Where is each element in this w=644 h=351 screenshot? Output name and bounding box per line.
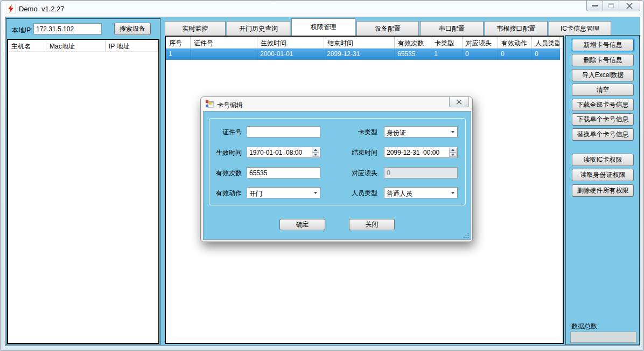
close-icon [626, 3, 633, 9]
table-row-selected[interactable]: 1 2000-01-01 2099-12-31 65535 1 0 0 0 [166, 49, 560, 60]
spinner [449, 147, 457, 157]
valid-count-input[interactable] [247, 167, 320, 178]
card-edit-dialog: 卡号编辑 证件号 卡类型 身份证 生效时间 1970-01-01 08:00 [200, 97, 473, 242]
maximize-icon [608, 3, 614, 8]
end-time-label: 结束时间 [342, 147, 377, 158]
action-combo[interactable]: 开门 [247, 187, 320, 198]
titlebar[interactable]: Demo v1.2.27 [1, 1, 643, 17]
local-ip-input[interactable] [33, 23, 102, 35]
import-excel-button[interactable]: 导入Excel数据 [572, 69, 634, 81]
column-header-card-type[interactable]: 卡类型 [431, 37, 463, 48]
dialog-body: 证件号 卡类型 身份证 生效时间 1970-01-01 08:00 结束时间 2… [203, 111, 471, 240]
close-icon [456, 100, 462, 105]
valid-count-label: 有效次数 [207, 167, 242, 178]
column-header-ip-address[interactable]: IP 地址 [106, 40, 158, 51]
action-panel: 新增卡号信息 删除卡号信息 导入Excel数据 清空 下载全部卡号信息 下载单个… [565, 35, 640, 345]
dropdown-arrow-icon [448, 188, 457, 198]
minimize-button[interactable] [586, 1, 603, 11]
clear-button[interactable]: 清空 [572, 84, 634, 96]
column-header-start-time[interactable]: 生效时间 [257, 37, 324, 48]
device-list-header: 主机名 Mac地址 IP 地址 [8, 40, 158, 52]
delete-card-info-button[interactable]: 删除卡号信息 [572, 54, 634, 66]
card-type-combo[interactable]: 身份证 [384, 126, 458, 137]
spinner-up-icon[interactable] [449, 148, 457, 153]
tab-ic-card-management[interactable]: IC卡信息管理 [549, 21, 611, 36]
download-all-cards-button[interactable]: 下载全部卡号信息 [572, 99, 634, 111]
spinner [311, 147, 320, 157]
column-header-reader[interactable]: 对应读头 [463, 37, 498, 48]
column-header-action[interactable]: 有效动作 [498, 37, 532, 48]
download-single-card-button[interactable]: 下载单个卡号信息 [572, 113, 634, 126]
reader-input [384, 167, 458, 178]
dialog-cancel-button[interactable]: 关闭 [349, 219, 395, 230]
tab-wiegand-config[interactable]: 韦根接口配置 [485, 21, 548, 36]
column-header-serial[interactable]: 序号 [166, 37, 191, 48]
close-button[interactable] [619, 1, 640, 11]
lightning-logo-icon [6, 4, 16, 13]
column-header-host-name[interactable]: 主机名 [8, 40, 46, 51]
reader-label: 对应读头 [342, 167, 377, 178]
tab-serial-config[interactable]: 串口配置 [420, 21, 484, 36]
dropdown-arrow-icon [311, 188, 320, 198]
total-count-input [570, 332, 636, 343]
replace-single-card-button[interactable]: 替换单个卡号信息 [572, 128, 634, 141]
card-type-label: 卡类型 [342, 126, 377, 137]
search-devices-button[interactable]: 搜索设备 [114, 23, 151, 35]
column-header-mac-address[interactable]: Mac地址 [46, 40, 106, 51]
app-window: Demo v1.2.27 本地IP: 搜索设备 主机名 Mac地址 IP 地址 [0, 0, 644, 351]
dialog-close-button[interactable] [449, 97, 469, 107]
start-time-label: 生效时间 [207, 147, 242, 158]
resize-grip-icon[interactable] [464, 233, 469, 238]
minimize-icon [592, 5, 598, 6]
tab-strip: 实时监控 开门历史查询 权限管理 设备配置 串口配置 韦根接口配置 IC卡信息管… [165, 18, 611, 36]
column-header-valid-count[interactable]: 有效次数 [395, 37, 431, 48]
maximize-button [603, 1, 619, 11]
device-list[interactable]: 主机名 Mac地址 IP 地址 [7, 39, 159, 344]
action-label: 有效动作 [207, 187, 242, 198]
start-time-picker[interactable]: 1970-01-01 08:00 [247, 147, 320, 158]
total-count-label: 数据总数: [571, 322, 599, 331]
delete-hw-permission-button[interactable]: 删除硬件所有权限 [572, 184, 634, 197]
tab-door-history[interactable]: 开门历史查询 [227, 21, 290, 36]
local-ip-label: 本地IP: [12, 26, 33, 35]
person-type-combo[interactable]: 普通人员 [384, 187, 458, 198]
dropdown-arrow-icon [448, 127, 457, 137]
permission-table-header: 序号 证件号 生效时间 结束时间 有效次数 卡类型 对应读头 有效动作 人员类型 [166, 37, 563, 49]
window-title: Demo v1.2.27 [19, 5, 65, 13]
tab-device-config[interactable]: 设备配置 [356, 21, 419, 36]
column-header-person-type[interactable]: 人员类型 [532, 37, 560, 48]
read-id-permission-button[interactable]: 读取身份证权限 [572, 169, 634, 181]
spinner-up-icon[interactable] [312, 148, 319, 153]
end-time-picker[interactable]: 2099-12-31 00:00 [384, 147, 458, 158]
add-card-info-button[interactable]: 新增卡号信息 [572, 39, 634, 51]
spinner-down-icon[interactable] [449, 153, 457, 157]
tab-permission-management[interactable]: 权限管理 [291, 18, 355, 36]
tab-realtime-monitor[interactable]: 实时监控 [165, 21, 226, 36]
spinner-down-icon[interactable] [312, 153, 319, 157]
dialog-titlebar[interactable]: 卡号编辑 [201, 97, 472, 111]
person-type-label: 人员类型 [342, 187, 377, 198]
cert-no-label: 证件号 [207, 126, 242, 137]
ok-button[interactable]: 确定 [279, 219, 325, 230]
read-ic-permission-button[interactable]: 读取IC卡权限 [572, 154, 634, 166]
column-header-cert-no[interactable]: 证件号 [191, 37, 257, 48]
device-panel: 本地IP: 搜索设备 主机名 Mac地址 IP 地址 [6, 18, 160, 345]
dialog-title: 卡号编辑 [217, 101, 243, 110]
column-header-end-time[interactable]: 结束时间 [324, 37, 395, 48]
form-icon [206, 100, 214, 108]
cert-no-input[interactable] [247, 126, 320, 137]
